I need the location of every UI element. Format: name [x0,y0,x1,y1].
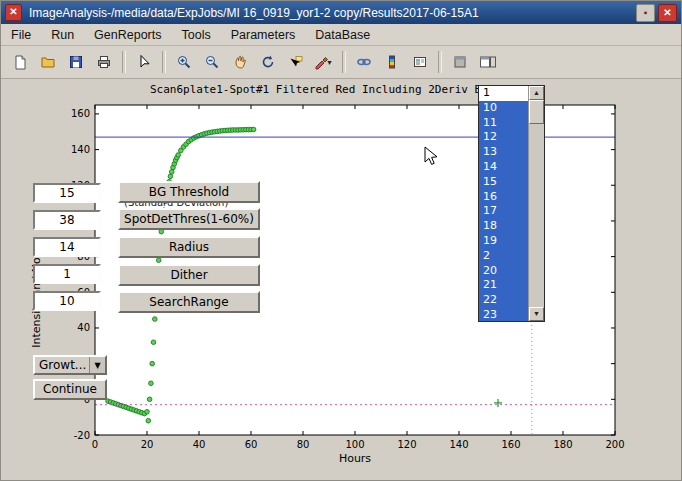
list-item[interactable]: 11 [479,116,528,131]
pointer-arrow-icon [136,54,152,70]
scrollbar-track[interactable] [529,100,544,307]
toolbar-separator [122,51,126,73]
menu-database[interactable]: DataBase [305,25,380,45]
menu-run[interactable]: Run [41,25,84,45]
minimize-button[interactable]: ▪ [636,4,655,22]
print-button[interactable] [90,49,117,76]
listbox-scrollbar[interactable]: ▲ ▼ [528,86,544,321]
svg-text:180: 180 [553,439,572,450]
hide-plot-tools-button[interactable] [446,49,473,76]
legend-icon [412,54,428,70]
list-item[interactable]: 2 [479,249,528,264]
radius-input[interactable]: 14 [33,237,101,257]
floppy-icon [68,54,84,70]
edit-plot-button[interactable] [130,49,157,76]
spotdetthres-input[interactable]: 38 [33,210,101,230]
open-file-button[interactable] [34,49,61,76]
radius-button[interactable]: Radius [118,236,260,258]
dither-button[interactable]: Dither [118,264,260,286]
zoom-in-button[interactable] [170,49,197,76]
searchrange-button[interactable]: SearchRange [118,291,260,313]
svg-text:120: 120 [397,439,416,450]
menu-parameters[interactable]: Parameters [221,25,306,45]
list-item[interactable]: 10 [479,101,528,116]
toolbar-separator [342,51,346,73]
list-item[interactable]: 1 [479,86,528,101]
bg-threshold-input[interactable]: 15 [33,183,101,203]
list-item[interactable]: 23 [479,308,528,321]
scroll-up-icon[interactable]: ▲ [529,86,544,100]
menu-genreports[interactable]: GenReports [84,25,171,45]
printer-icon [96,54,112,70]
list-item[interactable]: 18 [479,219,528,234]
close-button[interactable]: ✕ [658,4,677,22]
spot-number-listbox: 1 10 11 12 13 14 15 16 17 18 19 2 20 21 … [478,85,545,322]
bg-threshold-button[interactable]: BG Threshold [118,181,260,203]
list-item[interactable]: 15 [479,175,528,190]
svg-text:80: 80 [297,439,310,450]
spotdetthres-button[interactable]: SpotDetThres(1-60%) [118,208,260,230]
svg-text:20: 20 [141,439,154,450]
list-item[interactable]: 13 [479,145,528,160]
new-file-button[interactable] [6,49,33,76]
list-item[interactable]: 21 [479,278,528,293]
scroll-down-icon[interactable]: ▼ [529,307,544,321]
svg-text:Scan6plate1-Spot#1 Filtered Re: Scan6plate1-Spot#1 Filtered Red Includin… [150,83,488,96]
image-analysis-window: ✕ ImageAnalysis-/media/data/ExpJobs/MI 1… [0,0,682,481]
list-item[interactable]: 12 [479,130,528,145]
show-plot-tools-button[interactable] [474,49,501,76]
svg-text:40: 40 [193,439,206,450]
data-cursor-button[interactable] [282,49,309,76]
rotate-icon [260,54,276,70]
insert-legend-button[interactable] [406,49,433,76]
scrollbar-thumb[interactable] [529,100,544,124]
title-bar: ✕ ImageAnalysis-/media/data/ExpJobs/MI 1… [1,1,681,24]
show-plot-tools-icon [479,54,497,70]
menu-file[interactable]: File [1,25,41,45]
growth-dropdown[interactable]: Growt... ▼ [33,355,107,375]
growth-curve-chart: 020406080100120140160180200-200204060801… [0,78,682,481]
link-plot-button[interactable] [350,49,377,76]
svg-text:100: 100 [345,439,364,450]
colorbar-icon [384,54,400,70]
growth-dropdown-value: Growt... [35,358,89,372]
list-item[interactable]: 17 [479,204,528,219]
searchrange-input[interactable]: 10 [33,291,101,311]
app-close-icon[interactable]: ✕ [5,4,22,21]
continue-button[interactable]: Continue [33,379,107,400]
menu-bar: File Run GenReports Tools Parameters Dat… [1,24,681,46]
pan-button[interactable] [226,49,253,76]
svg-text:200: 200 [605,439,624,450]
zoom-out-icon [204,54,220,70]
data-cursor-icon [288,54,304,70]
brush-dropdown-caret-icon: ▼ [326,59,333,66]
listbox-items: 1 10 11 12 13 14 15 16 17 18 19 2 20 21 … [479,86,528,321]
svg-text:160: 160 [71,108,90,119]
folder-icon [40,54,56,70]
new-file-icon [12,54,28,70]
dither-input[interactable]: 1 [33,264,101,284]
chevron-down-icon[interactable]: ▼ [89,357,105,373]
link-icon [356,54,372,70]
save-button[interactable] [62,49,89,76]
brush-button[interactable]: ▼ [310,49,337,76]
svg-text:140: 140 [71,144,90,155]
insert-colorbar-button[interactable] [378,49,405,76]
svg-text:-20: -20 [74,430,90,441]
svg-text:60: 60 [245,439,258,450]
svg-text:0: 0 [92,439,98,450]
list-item[interactable]: 14 [479,160,528,175]
zoom-in-icon [176,54,192,70]
list-item[interactable]: 16 [479,190,528,205]
list-item[interactable]: 22 [479,293,528,308]
svg-text:160: 160 [501,439,520,450]
hide-plot-tools-icon [452,54,468,70]
list-item[interactable]: 19 [479,234,528,249]
zoom-out-button[interactable] [198,49,225,76]
toolbar-separator [438,51,442,73]
menu-tools[interactable]: Tools [172,25,221,45]
rotate-3d-button[interactable] [254,49,281,76]
hand-icon [232,54,248,70]
list-item[interactable]: 20 [479,264,528,279]
window-title: ImageAnalysis-/media/data/ExpJobs/MI 16_… [29,6,633,20]
